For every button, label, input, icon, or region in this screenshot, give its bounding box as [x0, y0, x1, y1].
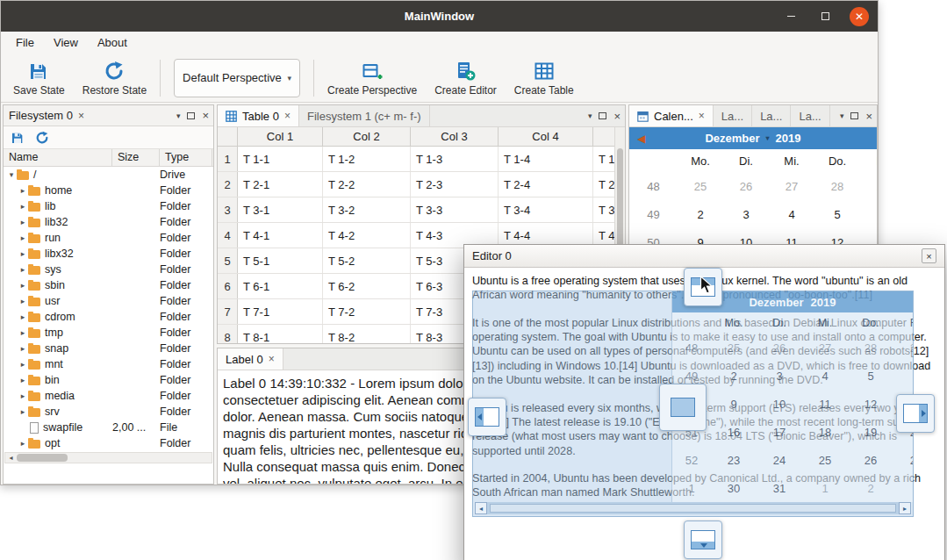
table-cell[interactable]: T 2-4	[499, 172, 593, 197]
column-header-size[interactable]: Size	[112, 149, 160, 166]
calendar-tab-1[interactable]: La...	[714, 105, 752, 126]
dock-indicator-right[interactable]	[896, 394, 935, 433]
calendar-tab-0[interactable]: Calen...×	[629, 105, 714, 126]
calendar-month[interactable]: Dezember	[705, 132, 759, 145]
menu-item-about[interactable]: About	[88, 33, 137, 52]
tree-row[interactable]: ▸sbinFolder	[4, 277, 213, 293]
create-editor-button[interactable]: Create Editor	[426, 57, 506, 99]
save-state-button[interactable]: Save State	[4, 57, 74, 99]
table-cell[interactable]: T 4-1	[238, 223, 323, 248]
calendar-date[interactable]: 25	[678, 180, 723, 193]
create-table-button[interactable]: Create Table	[506, 57, 583, 99]
tab-close-icon[interactable]: ×	[699, 110, 705, 122]
row-header[interactable]: 7	[218, 299, 238, 324]
tree-row[interactable]: ▸mediaFolder	[4, 388, 213, 404]
panel-close-icon[interactable]: ×	[202, 110, 209, 121]
calendar-year[interactable]: 2019	[776, 132, 801, 145]
row-header[interactable]: 8	[218, 325, 238, 344]
tab-close-icon[interactable]: ×	[78, 110, 84, 122]
table-tab-1[interactable]: Filesystem 1 (c+ m- f-)	[299, 105, 430, 126]
calendar-date[interactable]: 6	[860, 208, 878, 221]
tree-row[interactable]: ▸libFolder	[4, 198, 213, 214]
expander-icon[interactable]: ▸	[18, 233, 28, 242]
expander-icon[interactable]: ▸	[18, 297, 28, 305]
expander-open-icon[interactable]: ▾	[6, 170, 17, 179]
expander-icon[interactable]: ▸	[18, 265, 28, 274]
expander-icon[interactable]: ▸	[18, 312, 28, 321]
row-header[interactable]: 1	[218, 147, 238, 171]
horizontal-scrollbar[interactable]: ◂	[4, 452, 212, 463]
filesystem-panel-titlebar[interactable]: Filesystem 0 × ▾ ×	[4, 105, 213, 126]
tree-row[interactable]: ▸snapFolder	[4, 341, 213, 356]
table-cell[interactable]: T 1-3	[411, 147, 499, 171]
table-cell[interactable]: T 3-4	[499, 197, 593, 222]
panel-menu-icon[interactable]: ▾	[588, 111, 592, 120]
table-cell[interactable]: T 3-3	[411, 197, 499, 222]
column-header-name[interactable]: Name	[4, 149, 112, 166]
expander-icon[interactable]: ▸	[18, 249, 28, 258]
calendar-date[interactable]: 4	[769, 208, 814, 221]
menu-item-file[interactable]: File	[6, 33, 44, 52]
tree-row[interactable]: ▸libx32Folder	[4, 246, 213, 262]
table-tab-0[interactable]: Table 0×	[218, 105, 299, 126]
panel-float-icon[interactable]	[187, 112, 195, 119]
tree-row[interactable]: ▸srvFolder	[4, 404, 213, 420]
calendar-date[interactable]: 29	[860, 180, 878, 193]
tree-row[interactable]: ▸homeFolder	[4, 183, 213, 198]
row-header[interactable]: 6	[218, 274, 238, 298]
scroll-left-icon[interactable]: ◂	[5, 453, 17, 463]
table-cell[interactable]: T 5-1	[238, 248, 323, 273]
perspective-combobox[interactable]: Default Perspective ▾	[174, 59, 300, 97]
tree-row[interactable]: ▸lib32Folder	[4, 214, 213, 230]
row-header[interactable]: 2	[218, 172, 238, 197]
save-icon[interactable]	[11, 131, 25, 145]
calendar-date[interactable]: 3	[723, 208, 769, 221]
row-header[interactable]: 3	[218, 197, 238, 222]
table-cell[interactable]: T 3-2	[323, 197, 411, 222]
column-header[interactable]: Col 2	[323, 127, 411, 146]
calendar-date[interactable]: 2	[678, 208, 723, 221]
column-header[interactable]: Col 4	[499, 127, 593, 146]
panel-float-icon[interactable]	[599, 112, 606, 119]
calendar-date[interactable]: 5	[814, 208, 860, 221]
table-cell[interactable]: T 4-2	[323, 223, 411, 248]
tree-row[interactable]: swapfile2,00 ...File	[4, 420, 213, 435]
column-header-type[interactable]: Type	[160, 149, 212, 166]
table-cell[interactable]: T 7-2	[323, 299, 411, 324]
table-cell[interactable]: T 3-1	[238, 197, 323, 222]
tree-row[interactable]: ▸sysFolder	[4, 262, 213, 277]
maximize-button[interactable]	[815, 7, 835, 26]
expander-icon[interactable]: ▸	[18, 328, 28, 337]
label-tab-0[interactable]: Label 0×	[218, 348, 283, 370]
panel-menu-icon[interactable]: ▾	[176, 111, 181, 120]
calendar-date[interactable]: 28	[814, 180, 860, 193]
minimize-button[interactable]	[781, 7, 800, 26]
expander-icon[interactable]: ▸	[18, 218, 28, 226]
tree-row[interactable]: ▸mntFolder	[4, 356, 213, 372]
table-cell[interactable]: T 1-4	[499, 147, 593, 171]
expander-icon[interactable]: ▸	[18, 439, 28, 448]
table-cell[interactable]: T 8-1	[238, 325, 323, 344]
tree-row[interactable]: ▸runFolder	[4, 230, 213, 246]
table-cell[interactable]: T 6-1	[238, 274, 323, 298]
row-header[interactable]: 4	[218, 223, 238, 248]
tree-row[interactable]: ▸optFolder	[4, 435, 213, 451]
restore-icon[interactable]	[35, 131, 49, 145]
expander-icon[interactable]: ▸	[18, 281, 28, 290]
row-header[interactable]: 5	[218, 248, 238, 273]
restore-state-button[interactable]: Restore State	[74, 57, 155, 99]
table-cell[interactable]: T 1-1	[238, 147, 323, 171]
table-cell[interactable]: T 2-2	[323, 172, 411, 197]
expander-icon[interactable]: ▸	[18, 391, 28, 400]
create-perspective-button[interactable]: Create Perspective	[319, 57, 426, 99]
scrollbar-thumb[interactable]	[17, 454, 68, 462]
expander-icon[interactable]: ▸	[18, 376, 28, 384]
table-cell[interactable]: T 1-2	[323, 147, 411, 171]
table-cell[interactable]: T 2-3	[411, 172, 499, 197]
dock-indicator-center[interactable]	[659, 384, 707, 431]
close-button[interactable]: ✕	[850, 7, 869, 26]
expander-icon[interactable]: ▸	[18, 360, 28, 369]
calendar-date[interactable]: 26	[723, 180, 769, 193]
expander-icon[interactable]: ▸	[18, 202, 28, 211]
tree-row[interactable]: ▸binFolder	[4, 372, 213, 388]
